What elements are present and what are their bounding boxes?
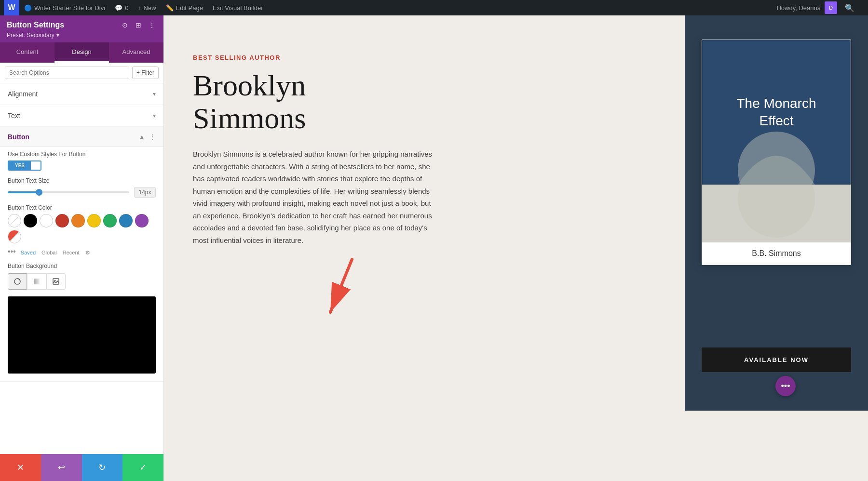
tab-design[interactable]: Design <box>54 42 109 63</box>
color-settings-icon[interactable]: ⚙ <box>85 250 90 256</box>
filter-button[interactable]: + Filter <box>132 67 159 79</box>
text-size-setting: Button Text Size 14px <box>8 177 156 198</box>
button-more-icon[interactable]: ⋮ <box>149 133 156 141</box>
bg-setting: Button Background <box>8 263 156 290</box>
text-color-label: Button Text Color <box>8 204 156 211</box>
preset-chevron: ▾ <box>56 32 59 39</box>
color-tab-recent[interactable]: Recent <box>63 250 80 256</box>
alignment-chevron-icon: ▾ <box>153 91 156 97</box>
slider-value[interactable]: 14px <box>134 187 156 198</box>
admin-bar-edit-page[interactable]: ✏️ Edit Page <box>161 0 208 15</box>
sidebar-panel: Button Settings ⊙ ⊞ ⋮ Preset: Secondary … <box>0 15 164 481</box>
color-swatch-white[interactable] <box>40 214 53 227</box>
admin-bar-site[interactable]: 🔵 Writer Starter Site for Divi <box>19 0 110 15</box>
color-swatch-purple[interactable] <box>135 214 149 227</box>
book-cover: The MonarchEffect <box>702 40 851 185</box>
admin-bar-exit-builder[interactable]: Exit Visual Builder <box>208 0 268 15</box>
text-accordion-header[interactable]: Text ▾ <box>0 105 163 126</box>
custom-styles-toggle[interactable]: YES <box>8 160 41 171</box>
color-swatch-green[interactable] <box>103 214 117 227</box>
admin-bar: W 🔵 Writer Starter Site for Divi 💬 0 + N… <box>0 0 868 15</box>
alignment-accordion-header[interactable]: Alignment ▾ <box>0 83 163 105</box>
tab-advanced[interactable]: Advanced <box>109 42 163 63</box>
wp-logo-icon: 🔵 <box>24 4 32 12</box>
color-swatches <box>8 214 156 243</box>
color-swatch-transparent[interactable] <box>8 214 21 227</box>
wordpress-icon[interactable]: W <box>4 0 19 15</box>
color-swatch-black[interactable] <box>24 214 37 227</box>
bg-type-color[interactable] <box>8 273 27 290</box>
color-tab-global[interactable]: Global <box>41 250 57 256</box>
hero-section: BEST SELLING AUTHOR BrooklynSimmons Broo… <box>164 15 868 411</box>
text-color-setting: Button Text Color <box>8 204 156 256</box>
redo-icon: ↻ <box>98 462 106 473</box>
book-cover-bottom <box>702 185 851 242</box>
text-section: Text ▾ <box>0 105 163 127</box>
more-icon[interactable]: ⋮ <box>147 20 157 30</box>
site-name: Writer Starter Site for Divi <box>34 4 105 12</box>
filter-label: + Filter <box>136 69 154 76</box>
page-content: BEST SELLING AUTHOR BrooklynSimmons Broo… <box>164 15 868 481</box>
dots-icon: ••• <box>781 381 790 391</box>
edit-page-label: Edit Page <box>176 4 203 12</box>
main-area: Button Settings ⊙ ⊞ ⋮ Preset: Secondary … <box>0 15 868 481</box>
redo-button[interactable]: ↻ <box>82 454 123 481</box>
hero-right: The MonarchEffect B.B. Simmons <box>685 15 868 411</box>
svg-rect-1 <box>34 279 40 284</box>
toggle-yes: YES <box>9 161 31 170</box>
sidebar-search-bar: + Filter <box>0 63 163 83</box>
text-size-label: Button Text Size <box>8 177 156 184</box>
sidebar-header-icons: ⊙ ⊞ ⋮ <box>120 20 157 30</box>
pencil-icon: ✏️ <box>166 4 174 12</box>
button-section-label: Button <box>8 133 29 141</box>
toggle-container: YES <box>8 160 156 171</box>
search-icon[interactable]: 🔍 <box>841 3 858 13</box>
button-section-header: Button ▲ ⋮ <box>0 127 163 147</box>
toggle-no <box>31 161 41 170</box>
book-author-name: B.B. Simmons <box>702 242 851 265</box>
color-swatch-orange[interactable] <box>71 214 85 227</box>
sidebar-tabs: Content Design Advanced <box>0 42 163 63</box>
exit-builder-label: Exit Visual Builder <box>213 4 263 12</box>
sidebar-content: Alignment ▾ Text ▾ Button ▲ <box>0 83 163 454</box>
search-options-input[interactable] <box>5 67 129 79</box>
sidebar-bottom-actions: ✕ ↩ ↻ ✓ <box>0 454 163 481</box>
bg-type-image[interactable] <box>46 273 66 290</box>
layout-icon[interactable]: ⊞ <box>134 20 143 30</box>
focus-icon[interactable]: ⊙ <box>120 20 130 30</box>
user-avatar[interactable]: D <box>825 1 837 14</box>
color-swatch-red[interactable] <box>55 214 69 227</box>
hero-left: BEST SELLING AUTHOR BrooklynSimmons Broo… <box>164 15 685 411</box>
color-tab-saved[interactable]: Saved <box>21 250 36 256</box>
save-button[interactable]: ✓ <box>122 454 163 481</box>
color-swatch-blue[interactable] <box>119 214 133 227</box>
cancel-button[interactable]: ✕ <box>0 454 41 481</box>
alignment-label: Alignment <box>8 90 38 98</box>
preset-label: Preset: Secondary <box>7 32 54 39</box>
undo-button[interactable]: ↩ <box>41 454 82 481</box>
bg-label: Button Background <box>8 263 156 269</box>
button-section: Button ▲ ⋮ Use Custom Styles For Button … <box>0 127 163 382</box>
floating-menu-button[interactable]: ••• <box>775 376 796 396</box>
bestseller-tag: BEST SELLING AUTHOR <box>193 54 656 61</box>
slider-track[interactable] <box>8 191 129 193</box>
color-swatch-yellow[interactable] <box>87 214 101 227</box>
color-dots[interactable]: ••• <box>8 247 16 256</box>
text-size-slider: 14px <box>8 187 156 198</box>
author-bio: Brooklyn Simmons is a celebrated author … <box>193 148 434 246</box>
available-now-button[interactable]: AVAILABLE NOW <box>702 347 851 372</box>
admin-bar-right: Howdy, Deanna D 🔍 <box>776 1 864 14</box>
button-section-title: Button <box>8 133 29 141</box>
author-name: BrooklynSimmons <box>193 69 656 134</box>
bg-type-gradient[interactable] <box>27 273 46 290</box>
tab-content[interactable]: Content <box>0 42 54 63</box>
slider-fill <box>8 191 38 193</box>
comment-icon: 💬 <box>115 4 122 12</box>
button-collapse-icon[interactable]: ▲ <box>138 133 145 141</box>
preset-selector[interactable]: Preset: Secondary ▾ <box>7 32 157 39</box>
slider-thumb[interactable] <box>36 189 42 196</box>
admin-bar-new[interactable]: + New <box>133 0 161 15</box>
color-preview-box <box>8 296 156 374</box>
admin-bar-comments[interactable]: 💬 0 <box>110 0 133 15</box>
color-swatch-custom[interactable] <box>8 230 21 243</box>
